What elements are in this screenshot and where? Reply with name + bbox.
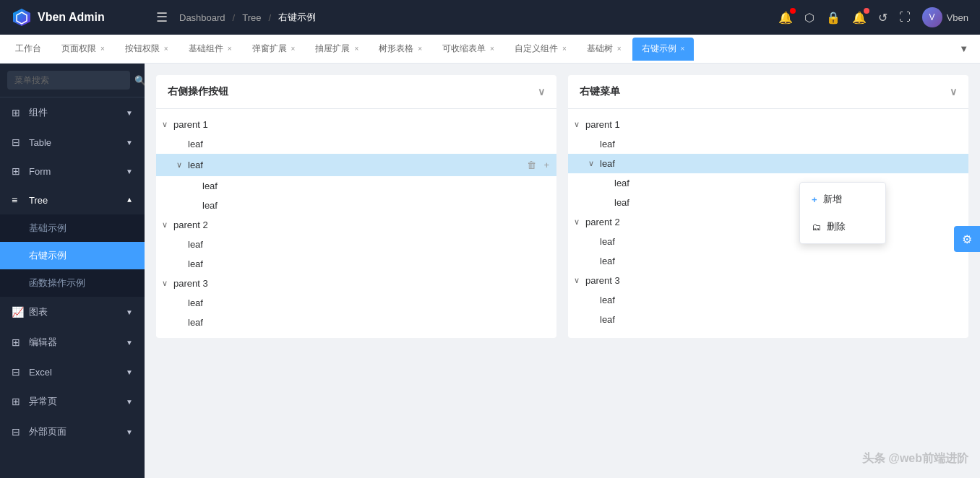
tree-node[interactable]: ∨ parent 2 [156,215,556,235]
sidebar-item-chart[interactable]: 📈 图表 ▼ [0,297,145,327]
tree-node[interactable]: leaf [568,173,968,193]
tab-base-comp-label: 基础组件 [189,43,223,55]
tab-right-click-close[interactable]: × [681,45,685,53]
tab-right-click[interactable]: 右键示例 × [632,38,695,61]
tree-node[interactable]: ∨ parent 3 [156,274,556,293]
refresh-icon: ↺ [878,12,887,24]
sidebar-item-editor[interactable]: ⊞ 编辑器 ▼ [0,327,145,357]
github-icon-btn[interactable]: ⬡ [804,11,814,25]
expand-arrow-icon: ∨ [162,120,173,129]
tab-page-auth[interactable]: 页面权限 × [52,38,114,61]
search-icon[interactable]: 🔍 [134,75,145,86]
tab-btn-auth-close[interactable]: × [164,45,168,53]
sidebar-item-table[interactable]: ⊟ Table ▼ [0,128,145,157]
github-icon: ⬡ [804,12,814,24]
add-action-btn[interactable]: + [542,158,551,172]
user-avatar-btn[interactable]: V Vben [922,7,968,27]
context-menu: + 新增 🗂 删除 [799,182,886,244]
expand-arrow-icon: ∨ [162,220,173,230]
tabs-more-btn[interactable]: ▼ [953,43,974,54]
tab-tree-table-close[interactable]: × [418,45,422,53]
refresh-icon-btn[interactable]: ↺ [878,11,887,25]
sidebar-item-tree[interactable]: ≡ Tree ▼ [0,186,145,214]
sidebar-item-func-example[interactable]: 函数操作示例 [0,269,145,297]
tree-node-highlighted[interactable]: ∨ leaf 🗑 + [156,154,556,176]
tab-base-comp[interactable]: 基础组件 × [179,38,241,61]
tree-node[interactable]: leaf [156,196,556,215]
tab-collapsible-close[interactable]: × [490,45,494,53]
tab-basic-tree[interactable]: 基础树 × [577,38,631,61]
context-menu-add[interactable]: + 新增 [800,186,885,213]
sidebar-item-excel[interactable]: ⊟ Excel ▼ [0,357,145,386]
tab-modal-ext-close[interactable]: × [291,45,296,53]
tree-node-highlighted[interactable]: ∨ leaf [568,154,968,173]
tab-tree-table[interactable]: 树形表格 × [369,38,431,61]
watermark: 头条 @web前端进阶 [862,451,968,466]
tree-node[interactable]: leaf [568,134,968,154]
tree-node[interactable]: leaf [156,176,556,196]
tab-tree-table-label: 树形表格 [379,43,413,55]
breadcrumb-tree[interactable]: Tree [242,12,261,23]
tree-node[interactable]: ∨ parent 3 [568,271,968,290]
tab-drawer-ext[interactable]: 抽屉扩展 × [306,38,368,61]
tab-custom-comp[interactable]: 自定义组件 × [505,38,576,61]
tree-node[interactable]: leaf [156,134,556,154]
sidebar-item-error-page[interactable]: ⊞ 异常页 ▼ [0,386,145,417]
tree-node[interactable]: ∨ parent 1 [568,115,968,134]
right-panel-collapse-btn[interactable]: ∨ [950,86,957,97]
excel-icon: ⊟ [12,366,23,378]
tree-node[interactable]: leaf [156,254,556,274]
tab-basic-tree-close[interactable]: × [617,45,622,53]
alert-icon-btn[interactable]: 🔔 [778,11,793,25]
external-page-arrow-icon: ▼ [126,428,133,436]
tree-node-label: leaf [188,258,203,269]
tree-node[interactable]: leaf [156,293,556,313]
fullscreen-icon-btn[interactable]: ⛶ [899,11,911,24]
editor-icon: ⊞ [12,336,23,348]
tree-node[interactable]: leaf [568,290,968,310]
context-menu-delete[interactable]: 🗂 删除 [800,213,885,240]
fullscreen-icon: ⛶ [899,11,911,23]
sidebar-search-input[interactable] [7,71,130,90]
tree-node[interactable]: leaf [156,235,556,254]
tree-node[interactable]: leaf [568,193,968,212]
sidebar-item-component[interactable]: ⊞ 组件 ▼ [0,97,145,128]
sidebar-item-right-click-example[interactable]: 右键示例 [0,242,145,269]
tree-submenu: 基础示例 右键示例 函数操作示例 [0,214,145,297]
excel-arrow-icon: ▼ [126,368,133,376]
main-layout: 🔍 ⊞ 组件 ▼ ⊟ Table ▼ ⊞ Form ▼ ≡ Tree ▼ 基础示… [0,64,980,478]
tab-btn-auth[interactable]: 按钮权限 × [116,38,178,61]
tree-node-label: leaf [188,239,203,250]
table-icon: ⊟ [12,136,23,148]
tab-modal-ext[interactable]: 弹窗扩展 × [243,38,305,61]
tabs-bar: 工作台 页面权限 × 按钮权限 × 基础组件 × 弹窗扩展 × 抽屉扩展 × 树… [0,35,980,64]
lock-icon-btn[interactable]: 🔒 [826,11,841,25]
tab-basic-tree-label: 基础树 [587,43,613,55]
tab-workbench[interactable]: 工作台 [6,38,51,61]
sidebar-toggle-btn[interactable]: ☰ [156,9,168,25]
tab-base-comp-close[interactable]: × [228,45,232,53]
right-panel-title: 右键菜单 [580,85,620,98]
tree-node[interactable]: ∨ parent 2 [568,212,968,232]
tree-node[interactable]: leaf [568,232,968,251]
breadcrumb-dashboard[interactable]: Dashboard [179,12,225,23]
tree-node[interactable]: leaf [568,310,968,329]
notification-icon-btn[interactable]: 🔔 [852,11,867,25]
sidebar-item-table-label: Table [29,137,120,148]
tab-custom-comp-close[interactable]: × [562,45,567,53]
tab-drawer-ext-close[interactable]: × [354,45,358,53]
sidebar-item-external-page[interactable]: ⊟ 外部页面 ▼ [0,417,145,447]
context-menu-add-icon: + [812,194,817,205]
tree-node-label: leaf [600,256,615,266]
settings-fab-btn[interactable]: ⚙ [954,226,980,252]
sidebar-item-form[interactable]: ⊞ Form ▼ [0,157,145,186]
tree-node[interactable]: leaf [568,251,968,271]
tree-node[interactable]: ∨ parent 1 [156,115,556,134]
breadcrumb-sep2: / [268,12,271,23]
left-panel-collapse-btn[interactable]: ∨ [538,86,545,97]
sidebar-item-basic-example[interactable]: 基础示例 [0,214,145,242]
tab-collapsible[interactable]: 可收缩表单 × [433,38,504,61]
tab-page-auth-close[interactable]: × [100,45,105,53]
tree-node[interactable]: leaf [156,313,556,332]
delete-action-btn[interactable]: 🗑 [525,158,538,172]
